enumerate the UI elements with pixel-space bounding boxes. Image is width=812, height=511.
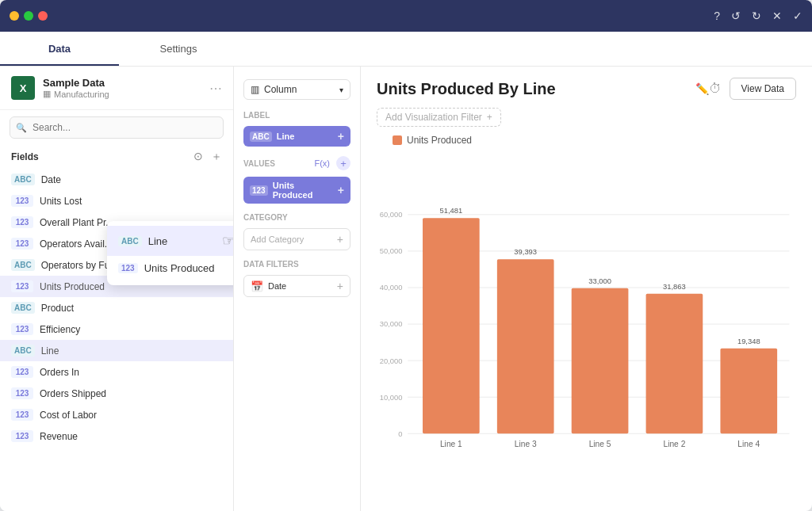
- field-item-orders-in[interactable]: 123 Orders In: [0, 361, 233, 383]
- field-item-orders-shipped[interactable]: 123 Orders Shipped: [0, 383, 233, 404]
- tab-data[interactable]: Data: [0, 32, 119, 66]
- svg-text:50,000: 50,000: [380, 247, 403, 255]
- excel-icon: X: [11, 76, 35, 100]
- field-name: Date: [41, 174, 61, 185]
- field-item-units-lost[interactable]: 123 Units Lost: [0, 190, 233, 212]
- values-type-badge: 123: [250, 185, 268, 196]
- filter-bar: Add Visualization Filter +: [361, 106, 812, 135]
- add-filter-label: Add Visualization Filter: [385, 112, 482, 123]
- field-type-badge: 123: [11, 430, 33, 442]
- bar-line2[interactable]: [646, 294, 703, 434]
- table-icon: ▦: [43, 89, 51, 99]
- values-add-button[interactable]: +: [336, 156, 350, 170]
- field-type-badge: 123: [11, 195, 33, 207]
- field-type-badge: 123: [11, 216, 33, 228]
- main-content: X Sample Data ▦ Manufacturing ⋯ Field: [0, 67, 812, 511]
- svg-text:10,000: 10,000: [380, 394, 403, 402]
- chevron-down-icon: ▾: [339, 86, 343, 94]
- field-name: Product: [41, 303, 74, 314]
- field-item-cost-of-labor[interactable]: 123 Cost of Labor: [0, 404, 233, 425]
- chart-area: Units Produced By Line ✏️ ⏱ View Data Ad…: [361, 67, 812, 511]
- svg-text:Line 2: Line 2: [663, 440, 685, 448]
- dropdown-item-units-produced[interactable]: 123 Units Produced: [107, 256, 234, 280]
- category-placeholder-text: Add Category: [251, 235, 304, 244]
- search-wrapper: [10, 116, 224, 139]
- fields-add-icon[interactable]: ＋: [211, 150, 222, 164]
- search-input[interactable]: [10, 116, 224, 139]
- maximize-button[interactable]: [24, 11, 33, 21]
- cursor-icon: ☞: [222, 232, 234, 250]
- svg-text:0: 0: [398, 430, 402, 438]
- label-pill-add-icon[interactable]: +: [338, 130, 344, 143]
- redo-icon[interactable]: ↻: [752, 10, 761, 22]
- field-item-date[interactable]: ABC Date: [0, 169, 233, 190]
- column-label: Column: [264, 84, 297, 95]
- help-icon[interactable]: ?: [714, 10, 720, 22]
- view-data-button[interactable]: View Data: [730, 78, 796, 100]
- svg-text:20,000: 20,000: [380, 357, 403, 365]
- field-item-revenue[interactable]: 123 Revenue: [0, 425, 233, 447]
- values-pill-add-icon[interactable]: +: [338, 184, 344, 196]
- field-name: Efficiency: [40, 324, 80, 335]
- bar-line1[interactable]: [423, 218, 480, 433]
- field-name: Units Lost: [40, 196, 82, 207]
- field-name: Orders In: [40, 367, 79, 378]
- field-type-badge: 123: [11, 409, 33, 421]
- svg-text:30,000: 30,000: [380, 321, 403, 329]
- tab-settings[interactable]: Settings: [119, 32, 238, 66]
- fields-header: Fields ⊙ ＋: [0, 145, 233, 169]
- main-window: ? ↺ ↻ ✕ ✓ Data Settings X Sample Data ▦ …: [0, 0, 812, 511]
- label-type-badge: ABC: [250, 132, 272, 142]
- settings-panel: ▥ Column ▾ LABEL ABC Line + VALUES F(x) …: [234, 67, 361, 511]
- search-row: [0, 110, 233, 145]
- dropdown-item-label: Line: [148, 235, 168, 247]
- add-filter-button[interactable]: Add Visualization Filter +: [377, 108, 501, 127]
- add-filter-icon: +: [487, 112, 492, 123]
- datasource-sub: ▦ Manufacturing: [43, 89, 201, 99]
- column-type-button[interactable]: ▥ Column ▾: [243, 79, 350, 100]
- bar-line3[interactable]: [497, 259, 554, 433]
- legend-label: Units Produced: [407, 135, 472, 146]
- label-section-label: LABEL: [243, 111, 350, 120]
- history-icon[interactable]: ⏱: [709, 82, 722, 96]
- svg-text:60,000: 60,000: [380, 211, 403, 219]
- field-name: Line: [41, 345, 59, 357]
- close-button[interactable]: [38, 11, 48, 21]
- field-type-badge: ABC: [11, 345, 35, 357]
- category-pill[interactable]: Add Category +: [243, 228, 350, 250]
- datasource-row: X Sample Data ▦ Manufacturing ⋯: [0, 67, 233, 110]
- svg-text:Line 1: Line 1: [440, 440, 462, 448]
- fields-list: ABC Date 123 Units Lost 123 Overall Plan…: [0, 169, 233, 511]
- field-item-line[interactable]: ABC Line: [0, 340, 233, 361]
- values-pill[interactable]: 123 Units Produced +: [243, 177, 350, 204]
- minimize-button[interactable]: [10, 11, 19, 21]
- field-item-efficiency[interactable]: 123 Efficiency: [0, 318, 233, 340]
- check-icon[interactable]: ✓: [793, 10, 802, 22]
- field-name: Units Produced: [40, 281, 105, 292]
- field-type-badge: 123: [11, 280, 33, 292]
- datasource-menu-icon[interactable]: ⋯: [209, 81, 222, 96]
- bar-line5[interactable]: [572, 288, 629, 433]
- undo-icon[interactable]: ↺: [731, 10, 741, 22]
- field-name: Operators by Fu...: [41, 260, 118, 271]
- label-section-row: LABEL: [234, 108, 360, 123]
- label-pill[interactable]: ABC Line +: [243, 126, 350, 147]
- fx-label[interactable]: F(x): [314, 158, 330, 168]
- label-pill-text: Line: [277, 132, 295, 141]
- category-add-icon[interactable]: +: [337, 233, 343, 246]
- field-item-product[interactable]: ABC Product: [0, 297, 233, 318]
- legend-dot: [393, 135, 402, 145]
- close-icon[interactable]: ✕: [772, 10, 782, 22]
- bar-chart-svg: 60,000 50,000 40,000 30,000 20,000 10,00…: [377, 151, 796, 503]
- type-badge: ABC: [118, 236, 142, 246]
- filter-pill-add-icon[interactable]: +: [337, 280, 343, 292]
- edit-icon[interactable]: ✏️: [695, 82, 709, 95]
- column-section: ▥ Column ▾: [234, 74, 360, 105]
- dropdown-item-line[interactable]: ABC Line ☞: [107, 226, 234, 256]
- field-name: Cost of Labor: [40, 410, 97, 421]
- bar-line4[interactable]: [720, 349, 777, 434]
- fields-view-icon[interactable]: ⊙: [193, 150, 203, 164]
- filter-pill[interactable]: 📅 Date +: [243, 275, 350, 297]
- field-type-badge: ABC: [11, 174, 35, 185]
- svg-text:40,000: 40,000: [380, 284, 403, 292]
